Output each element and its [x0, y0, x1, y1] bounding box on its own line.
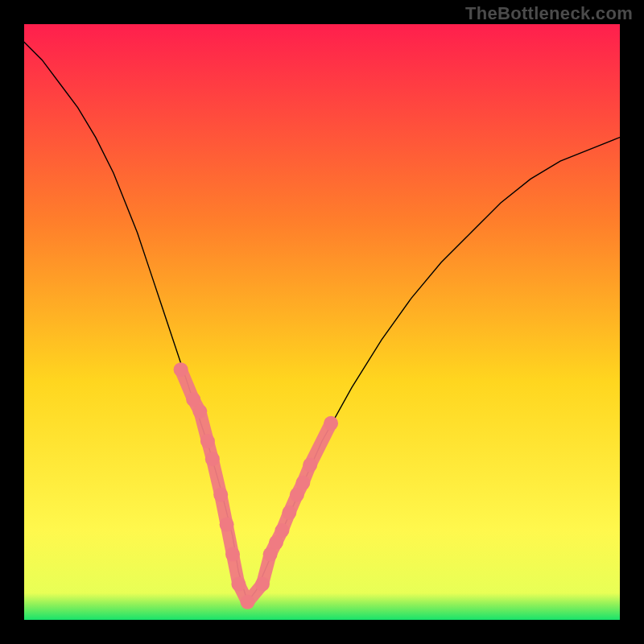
- chart-background: [24, 24, 620, 620]
- highlight-point: [225, 547, 240, 562]
- highlight-point: [303, 458, 317, 473]
- highlight-point: [324, 416, 338, 431]
- highlight-point: [231, 577, 246, 592]
- highlight-point: [282, 506, 296, 520]
- highlight-point: [295, 476, 310, 490]
- highlight-point: [213, 488, 228, 502]
- highlight-point: [205, 452, 220, 466]
- highlight-point: [200, 434, 215, 448]
- chart-plot-area: [24, 24, 620, 620]
- highlight-point: [241, 595, 255, 609]
- chart-frame: TheBottleneck.com: [0, 0, 644, 644]
- watermark-text: TheBottleneck.com: [465, 3, 633, 24]
- highlight-point: [220, 518, 234, 532]
- highlight-point: [174, 362, 188, 377]
- highlight-point: [192, 404, 207, 419]
- chart-svg: [24, 24, 620, 620]
- highlight-point: [275, 523, 289, 538]
- highlight-point: [255, 577, 270, 592]
